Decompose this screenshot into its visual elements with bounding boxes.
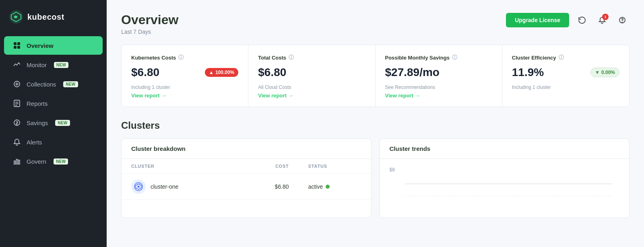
table-row: cluster-one $6.80 active [122, 174, 371, 200]
sidebar-item-govern-label: Govern [27, 158, 46, 165]
cluster-status-text: active [308, 183, 323, 190]
sidebar-item-collections[interactable]: Collections New [4, 75, 103, 93]
metric-card-savings: Possible Monthly Savings ⓘ $27.89/mo See… [376, 45, 502, 107]
efficiency-badge: ▼ 0.00% [590, 68, 619, 77]
cluster-name-cell: cluster-one [122, 174, 239, 200]
collections-icon [13, 80, 21, 88]
total-costs-value-row: $6.80 [258, 66, 365, 79]
kubecost-logo-icon [9, 10, 23, 24]
upgrade-license-button[interactable]: Upgrade License [506, 13, 569, 27]
cluster-breakdown-card: Cluster breakdown CLUSTER COST STATUS [121, 138, 372, 218]
trends-chart [390, 176, 620, 208]
arrow-right-icon: → [161, 93, 167, 99]
clusters-section-title: Clusters [121, 120, 630, 131]
notification-count: 1 [602, 14, 609, 20]
sidebar-item-savings-label: Savings [27, 119, 48, 126]
savings-label: Possible Monthly Savings ⓘ [385, 54, 492, 61]
sidebar-item-alerts[interactable]: Alerts [4, 133, 103, 151]
savings-value: $27.89/mo [385, 66, 440, 79]
efficiency-value: 11.9% [512, 66, 544, 79]
cluster-table: CLUSTER COST STATUS [122, 159, 371, 200]
svg-point-1 [15, 16, 17, 18]
total-costs-label: Total Costs ⓘ [258, 54, 365, 61]
total-costs-link[interactable]: View report → [258, 93, 365, 99]
sidebar-item-monitor[interactable]: Monitor New [4, 56, 103, 74]
cluster-status-cell: active [299, 174, 371, 200]
cluster-icon [131, 179, 146, 194]
svg-rect-5 [17, 46, 20, 49]
svg-rect-13 [17, 159, 18, 164]
page-title-group: Overview Last 7 Days [121, 13, 178, 35]
svg-rect-3 [17, 42, 20, 45]
savings-icon [13, 119, 21, 127]
metric-card-total: Total Costs ⓘ $6.80 All Cloud Costs View… [248, 45, 375, 107]
status-col-header: STATUS [299, 159, 371, 174]
grid-icon [13, 41, 21, 49]
help-button[interactable] [615, 13, 630, 27]
sidebar-item-reports-label: Reports [27, 100, 48, 107]
clusters-grid: Cluster breakdown CLUSTER COST STATUS [121, 138, 630, 218]
arrow-right-icon: → [288, 93, 293, 99]
page-title: Overview [121, 13, 178, 27]
kubernetes-costs-description: Including 1 cluster [131, 84, 238, 90]
sidebar-item-govern[interactable]: Govern New [4, 152, 103, 171]
efficiency-value-row: 11.9% ▼ 0.00% [512, 66, 619, 79]
efficiency-info-icon[interactable]: ⓘ [559, 54, 564, 61]
govern-badge: New [54, 158, 68, 165]
notifications-button[interactable]: 1 [595, 13, 609, 27]
sidebar-item-overview[interactable]: Overview [4, 36, 103, 55]
total-costs-value: $6.80 [258, 66, 286, 79]
sidebar-nav: Overview Monitor New Collections New Rep… [0, 35, 107, 171]
svg-rect-12 [14, 161, 15, 164]
collections-badge: New [63, 81, 78, 87]
svg-rect-14 [19, 160, 20, 164]
monitor-icon [13, 61, 21, 69]
refresh-button[interactable] [575, 13, 589, 27]
down-arrow-icon: ▼ [595, 70, 600, 75]
cluster-trends-header: Cluster trends [380, 139, 630, 159]
metric-card-efficiency: Cluster Efficiency ⓘ 11.9% ▼ 0.00% Inclu… [502, 45, 629, 107]
cluster-breakdown-header: Cluster breakdown [122, 139, 371, 159]
bell-icon [13, 138, 21, 146]
metric-card-kubernetes: Kubernetes Costs ⓘ $6.80 ▲ 100.00% Inclu… [122, 45, 248, 107]
refresh-icon [578, 16, 586, 24]
kubernetes-costs-link[interactable]: View report → [131, 93, 238, 99]
arrow-right-icon: → [415, 93, 420, 99]
total-costs-info-icon[interactable]: ⓘ [289, 54, 294, 61]
sidebar-item-alerts-label: Alerts [27, 139, 42, 146]
clusters-section: Clusters Cluster breakdown CLUSTER COST … [121, 120, 630, 218]
sidebar: kubecost Overview Monitor New Collection… [0, 0, 107, 247]
main-content: Overview Last 7 Days Upgrade License 1 K… [107, 0, 644, 247]
cost-col-header: COST [239, 159, 299, 174]
page-header: Overview Last 7 Days Upgrade License 1 [121, 13, 630, 35]
sidebar-item-monitor-label: Monitor [27, 62, 47, 68]
sidebar-item-savings[interactable]: Savings New [4, 113, 103, 132]
cluster-trends-card: Cluster trends $8 [380, 138, 630, 218]
svg-rect-4 [14, 46, 17, 49]
efficiency-description: Including 1 cluster [512, 84, 619, 90]
savings-info-icon[interactable]: ⓘ [452, 54, 457, 61]
savings-description: See Recommendations [385, 84, 492, 90]
chart-y-label: $8 [390, 167, 620, 173]
savings-link[interactable]: View report → [385, 93, 492, 99]
cluster-cost: $6.80 [239, 174, 299, 200]
sidebar-item-collections-label: Collections [27, 81, 56, 88]
chart-area: $8 [390, 167, 620, 210]
govern-icon [13, 157, 21, 165]
kubernetes-costs-badge: ▲ 100.00% [205, 68, 238, 77]
up-arrow-icon: ▲ [209, 70, 214, 75]
cluster-name: cluster-one [151, 183, 178, 190]
efficiency-label: Cluster Efficiency ⓘ [512, 54, 619, 61]
cluster-col-header: CLUSTER [122, 159, 239, 174]
logo: kubecost [0, 0, 107, 35]
sidebar-item-reports[interactable]: Reports [4, 94, 103, 113]
kubernetes-costs-value: $6.80 [131, 66, 159, 79]
kubernetes-costs-label: Kubernetes Costs ⓘ [131, 54, 238, 61]
svg-point-16 [622, 22, 623, 23]
savings-badge: New [55, 120, 70, 126]
kubernetes-costs-info-icon[interactable]: ⓘ [178, 54, 184, 61]
savings-value-row: $27.89/mo [385, 66, 492, 79]
kubernetes-costs-value-row: $6.80 ▲ 100.00% [131, 66, 238, 79]
page-subtitle: Last 7 Days [121, 29, 178, 35]
monitor-badge: New [54, 62, 68, 68]
